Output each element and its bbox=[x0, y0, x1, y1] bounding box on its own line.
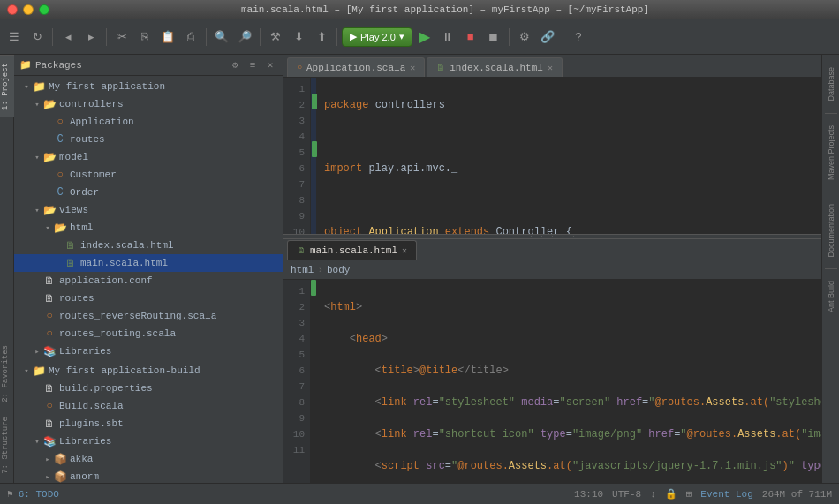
tree-item-anorm[interactable]: ▸ 📦 anorm bbox=[14, 468, 283, 483]
minimize-button[interactable] bbox=[23, 4, 34, 15]
tree-item-routes-rev[interactable]: ○ routes_reverseRouting.scala bbox=[14, 307, 283, 325]
tab-main-html[interactable]: 🗎 main.scala.html ✕ bbox=[287, 240, 417, 260]
tree-item-routes[interactable]: C routes bbox=[14, 131, 283, 148]
tab-close-application[interactable]: ✕ bbox=[410, 63, 415, 73]
right-tab-documentation[interactable]: Documentation bbox=[825, 195, 837, 267]
editor-top-pane: 1 2 3 4 5 6 7 8 9 10 11 bbox=[283, 78, 821, 234]
scala-icon-build: ○ bbox=[42, 399, 57, 413]
tree-item-model[interactable]: ▾ 📂 model bbox=[14, 148, 283, 166]
panel-btn-close[interactable]: ✕ bbox=[263, 58, 277, 72]
tree-item-order[interactable]: C Order bbox=[14, 184, 283, 201]
play-button[interactable]: ▶ Play 2.0 ▾ bbox=[342, 27, 412, 47]
panel-btn-collapse[interactable]: ≡ bbox=[246, 58, 260, 72]
tree-label-libraries: Libraries bbox=[59, 346, 111, 357]
tree-item-build-scala[interactable]: ○ Build.scala bbox=[14, 397, 283, 415]
bottom-code-content[interactable]: <html> <head> <title>@title</title> <lin… bbox=[317, 280, 821, 483]
tree-arrow-akka: ▸ bbox=[42, 455, 53, 464]
folder-icon-model: 📂 bbox=[42, 150, 57, 164]
toolbar-btn-search2[interactable]: 🔎 bbox=[234, 26, 255, 48]
toolbar-btn-up[interactable]: ⬆ bbox=[311, 26, 332, 48]
toolbar-btn-debug[interactable]: ⏸ bbox=[437, 26, 458, 48]
tab-close-main[interactable]: ✕ bbox=[402, 245, 407, 256]
toolbar-sep-6 bbox=[509, 28, 510, 46]
main-toolbar: ☰ ↻ ◂ ▸ ✂ ⎘ 📋 ⎙ 🔍 🔎 ⚒ ⬇ ⬆ ▶ Play 2.0 ▾ ▶… bbox=[0, 19, 839, 55]
tree-item-root[interactable]: ▾ 📁 My first application bbox=[14, 78, 283, 95]
toolbar-btn-stop[interactable]: ■ bbox=[460, 26, 481, 48]
left-tab-favorites[interactable]: 2: Favorites bbox=[0, 338, 14, 410]
tree-item-build-props[interactable]: 🗎 build.properties bbox=[14, 380, 283, 397]
right-tab-ant[interactable]: Ant Build bbox=[825, 272, 837, 321]
tree-item-application[interactable]: ○ Application bbox=[14, 113, 283, 131]
bottom-code-area[interactable]: 1 2 3 4 5 6 7 8 9 10 11 bbox=[283, 280, 821, 483]
toolbar-btn-back[interactable]: ◂ bbox=[57, 26, 79, 48]
toolbar-btn-cut[interactable]: ✂ bbox=[111, 26, 132, 48]
tree-item-customer[interactable]: ○ Customer bbox=[14, 166, 283, 184]
tree-label-views: views bbox=[59, 205, 88, 215]
right-tab-maven[interactable]: Maven Projects bbox=[825, 117, 837, 189]
toolbar-btn-forward[interactable]: ▸ bbox=[80, 26, 102, 48]
toolbar-btn-search[interactable]: 🔍 bbox=[211, 26, 232, 48]
top-line-numbers: 1 2 3 4 5 6 7 8 9 10 11 bbox=[283, 78, 310, 234]
toolbar-btn-sync[interactable]: ↻ bbox=[26, 26, 48, 48]
breadcrumb-sep: › bbox=[317, 265, 323, 275]
panel-btn-settings[interactable]: ⚙ bbox=[228, 58, 242, 72]
top-code-area[interactable]: 1 2 3 4 5 6 7 8 9 10 11 bbox=[283, 78, 821, 234]
panel-title: Packages bbox=[35, 60, 224, 71]
play-label: Play 2.0 bbox=[360, 32, 396, 42]
tree-label-model: model bbox=[59, 152, 88, 162]
folder-icon-controllers: 📂 bbox=[42, 97, 57, 111]
tree-label-customer: Customer bbox=[70, 169, 117, 180]
toolbar-btn-build2[interactable]: ⬇ bbox=[288, 26, 309, 48]
tree-item-routes-routing[interactable]: ○ routes_routing.scala bbox=[14, 325, 283, 342]
tree-item-plugins[interactable]: 🗎 plugins.sbt bbox=[14, 415, 283, 433]
tree-item-routes2[interactable]: 🗎 routes bbox=[14, 290, 283, 307]
toolbar-btn-settings[interactable]: ⚙ bbox=[514, 26, 535, 48]
left-tab-structure[interactable]: 7: Structure bbox=[0, 410, 14, 481]
event-log[interactable]: Event Log bbox=[700, 489, 752, 500]
status-position: 13:10 bbox=[574, 489, 603, 500]
toolbar-btn-run[interactable]: ▶ bbox=[414, 26, 435, 48]
right-tab-database[interactable]: Database bbox=[825, 58, 837, 110]
scala-icon-customer: ○ bbox=[53, 168, 67, 182]
toolbar-btn-menu[interactable]: ☰ bbox=[4, 26, 25, 48]
tab-label-main: main.scala.html bbox=[310, 245, 397, 256]
top-code-content[interactable]: package controllers import play.api.mvc.… bbox=[317, 78, 821, 234]
tree-item-libraries[interactable]: ▸ 📚 Libraries bbox=[14, 342, 283, 360]
breadcrumb-body[interactable]: body bbox=[327, 265, 350, 275]
tree-item-controllers[interactable]: ▾ 📂 controllers bbox=[14, 95, 283, 113]
window-controls[interactable] bbox=[7, 4, 49, 15]
status-sep-1: ↕ bbox=[650, 489, 656, 500]
tree-item-libraries2[interactable]: ▾ 📚 Libraries bbox=[14, 433, 283, 450]
tab-index-html[interactable]: 🗎 index.scala.html ✕ bbox=[427, 57, 563, 77]
tree-label-main-html: main.scala.html bbox=[80, 258, 168, 268]
tree-item-index-html[interactable]: 🗎 index.scala.html bbox=[14, 237, 283, 254]
maximize-button[interactable] bbox=[39, 4, 49, 15]
toolbar-btn-vcs[interactable]: 🔗 bbox=[537, 26, 558, 48]
tree-label-build-props: build.properties bbox=[59, 383, 153, 394]
toolbar-btn-copy[interactable]: ⎘ bbox=[134, 26, 155, 48]
toolbar-btn-paste2[interactable]: ⎙ bbox=[180, 26, 201, 48]
toolbar-btn-build[interactable]: ⚒ bbox=[265, 26, 286, 48]
breadcrumb-bar: html › body bbox=[283, 260, 821, 280]
toolbar-btn-help[interactable]: ? bbox=[568, 26, 589, 48]
tree-label-routes-routing: routes_routing.scala bbox=[59, 328, 176, 339]
tree-item-views[interactable]: ▾ 📂 views bbox=[14, 201, 283, 219]
tree-label-controllers: controllers bbox=[59, 99, 124, 109]
tab-close-index[interactable]: ✕ bbox=[548, 63, 553, 73]
tree-item-html[interactable]: ▾ 📂 html bbox=[14, 219, 283, 237]
todo-count[interactable]: 6: TODO bbox=[19, 489, 59, 500]
breadcrumb-html[interactable]: html bbox=[291, 265, 314, 275]
tab-application-scala[interactable]: ○ Application.scala ✕ bbox=[287, 57, 425, 77]
tree-arrow-anorm: ▸ bbox=[42, 472, 53, 482]
play-dropdown-icon: ▾ bbox=[399, 31, 404, 42]
tree-item-build-root[interactable]: ▾ 📁 My first application-build bbox=[14, 362, 283, 380]
tree-item-appconf[interactable]: 🗎 application.conf bbox=[14, 272, 283, 290]
tree-item-main-html[interactable]: 🗎 main.scala.html bbox=[14, 254, 283, 272]
toolbar-btn-paste[interactable]: 📋 bbox=[157, 26, 178, 48]
tree-item-akka[interactable]: ▸ 📦 akka bbox=[14, 450, 283, 468]
scala-tab-icon: ○ bbox=[297, 63, 302, 72]
left-tab-project[interactable]: 1: Project bbox=[0, 55, 14, 117]
toolbar-btn-coverage[interactable]: ◼ bbox=[483, 26, 504, 48]
scala-icon-routes-rev: ○ bbox=[42, 309, 57, 323]
close-button[interactable] bbox=[7, 4, 18, 15]
